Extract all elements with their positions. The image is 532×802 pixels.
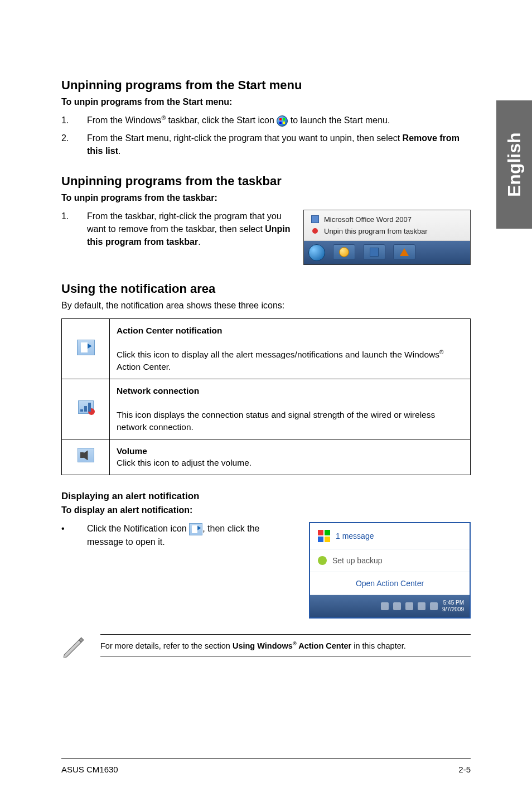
icon-cell-action-center <box>62 318 110 379</box>
text-frag: to launch the Start menu. <box>288 115 390 125</box>
word-icon <box>311 215 319 223</box>
section-row-alert: • Click the Notification icon , then cli… <box>61 522 471 619</box>
popup-label-backup: Set up backup <box>332 556 383 565</box>
popup-label-messages: 1 message <box>336 532 374 540</box>
bullet-dot: • <box>61 522 87 548</box>
page-footer: ASUS CM1630 2-5 <box>61 758 471 774</box>
row-title: Volume <box>117 446 147 456</box>
text-frag: From the Start menu, right-click the pro… <box>87 133 403 143</box>
text-frag: From the Windows <box>87 115 161 125</box>
text-frag: in this chapter. <box>351 641 406 650</box>
step-1-taskbar: 1. From the taskbar, right-click the pro… <box>61 210 292 249</box>
row-body: Click this icon to adjust the volume. <box>117 458 252 467</box>
step-number: 1. <box>61 210 87 249</box>
section-row-taskbar: 1. From the taskbar, right-click the pro… <box>61 210 471 265</box>
subline-unpin-start: To unpin programs from the Start menu: <box>61 97 471 107</box>
reg-mark: ® <box>161 115 166 121</box>
row-body: This icon displays the connection status… <box>117 410 435 432</box>
tray-icon <box>405 602 413 610</box>
action-center-icon <box>77 340 95 355</box>
reg-mark: ® <box>439 349 443 355</box>
note-text: For more details, refer to the section U… <box>100 634 471 656</box>
desc-cell: Action Center notification Click this ic… <box>110 318 471 379</box>
icon-cell-network <box>62 379 110 439</box>
network-icon <box>78 400 94 414</box>
text-frag: Click the Notification icon <box>87 524 189 533</box>
taskbar <box>304 241 470 264</box>
volume-icon <box>78 448 94 462</box>
heading-unpin-start: Unpinning programs from the Start menu <box>61 78 471 93</box>
step-number: 1. <box>61 114 87 127</box>
bullet-text: Click the Notification icon , then click… <box>87 522 298 548</box>
desc-cell: Network connection This icon displays th… <box>110 379 471 439</box>
pencil-icon <box>61 634 85 660</box>
flag-icon <box>318 530 330 542</box>
row-title: Network connection <box>117 386 199 395</box>
context-menu-body: Microsoft Office Word 2007 Unpin this pr… <box>304 210 470 241</box>
note-row: For more details, refer to the section U… <box>61 634 471 660</box>
bullet-alert: • Click the Notification icon , then cli… <box>61 522 298 548</box>
language-tab: English <box>496 100 532 229</box>
table-row: Network connection This icon displays th… <box>62 379 471 439</box>
step-number: 2. <box>61 132 87 157</box>
word-icon <box>370 248 379 257</box>
taskbar-button-word <box>363 244 385 260</box>
menu-item-unpin: Unpin this program from taskbar <box>309 225 465 237</box>
bold-frag: Action Center <box>297 641 352 650</box>
icon-cell-volume <box>62 439 110 475</box>
intro-notification-area: By default, the notification area shows … <box>61 301 471 311</box>
tray-clock: 5:45 PM 9/7/2009 <box>442 600 464 613</box>
popup-row-backup: Set up backup <box>310 549 470 572</box>
step-text: From the Start menu, right-click the pro… <box>87 132 471 157</box>
footer-left: ASUS CM1630 <box>61 765 118 774</box>
reg-mark: ® <box>293 640 297 646</box>
step-2-start: 2. From the Start menu, right-click the … <box>61 132 471 157</box>
tray-icon <box>418 602 425 610</box>
start-orb-icon <box>277 115 288 127</box>
desc-cell: Volume Click this icon to adjust the vol… <box>110 439 471 475</box>
taskbar-button-ie <box>333 244 355 260</box>
text-frag: For more details, refer to the section <box>100 641 233 650</box>
popup-system-tray: 5:45 PM 9/7/2009 <box>310 595 470 617</box>
text-frag: From the taskbar, right-click the progra… <box>87 211 282 234</box>
unpin-icon <box>312 228 318 234</box>
tray-date: 9/7/2009 <box>442 606 464 612</box>
tray-icon <box>381 602 389 610</box>
row-title: Action Center notification <box>117 326 222 335</box>
network-x-badge <box>88 408 95 415</box>
text-frag: taskbar, click the Start icon <box>166 115 277 125</box>
heading-alert-notification: Displaying an alert notification <box>61 491 471 502</box>
screenshot-action-center-popup: 1 message Set up backup Open Action Cent… <box>309 522 471 619</box>
bold-frag: Using Windows <box>233 641 293 650</box>
tray-time: 5:45 PM <box>443 600 464 606</box>
row-body-frag: Click this icon to display all the alert… <box>117 350 439 359</box>
menu-item-label: Unpin this program from taskbar <box>324 227 428 235</box>
popup-row-messages: 1 message <box>310 523 470 549</box>
heading-unpin-taskbar: Unpinning programs from the taskbar <box>61 174 471 189</box>
footer-right: 2-5 <box>458 765 471 774</box>
menu-item-label: Microsoft Office Word 2007 <box>324 215 412 224</box>
ie-icon <box>339 247 349 257</box>
text-frag: . <box>118 146 120 156</box>
step-text: From the Windows® taskbar, click the Sta… <box>87 114 471 127</box>
media-icon <box>400 248 409 256</box>
taskbar-button-media <box>393 244 415 260</box>
text-frag: . <box>198 237 200 247</box>
screenshot-taskbar-context-menu: Microsoft Office Word 2007 Unpin this pr… <box>303 210 471 265</box>
backup-icon <box>318 556 327 565</box>
page-content: Unpinning programs from the Start menu T… <box>0 0 532 660</box>
row-body-frag: Action Center. <box>117 362 171 371</box>
table-row: Volume Click this icon to adjust the vol… <box>62 439 471 475</box>
tray-icon <box>430 602 438 610</box>
notification-flag-icon <box>189 523 202 535</box>
start-orb-icon <box>308 244 325 261</box>
heading-notification-area: Using the notification area <box>61 282 471 296</box>
subline-alert-notification: To display an alert notification: <box>61 505 471 515</box>
step-1-start: 1. From the Windows® taskbar, click the … <box>61 114 471 127</box>
subline-unpin-taskbar: To unpin programs from the taskbar: <box>61 193 471 203</box>
step-text: From the taskbar, right-click the progra… <box>87 210 292 249</box>
tray-icon <box>393 602 401 610</box>
popup-row-open-action-center: Open Action Center <box>310 572 470 595</box>
table-row: Action Center notification Click this ic… <box>62 318 471 379</box>
notification-icons-table: Action Center notification Click this ic… <box>61 318 471 475</box>
